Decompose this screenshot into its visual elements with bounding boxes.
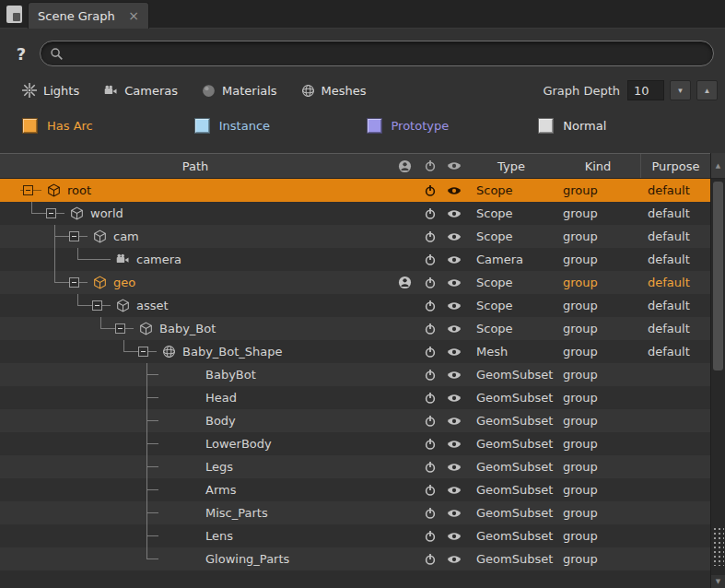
collapse-toggle[interactable] <box>92 300 102 311</box>
power-icon[interactable] <box>424 184 437 197</box>
working-set-icon[interactable] <box>398 276 412 289</box>
graph-depth-increment-button[interactable]: ▲ <box>696 80 718 100</box>
power-icon[interactable] <box>424 461 437 474</box>
tree-row[interactable]: geoScopegroupdefault <box>0 271 710 294</box>
collapse-toggle[interactable] <box>138 347 148 357</box>
power-icon[interactable] <box>424 369 437 382</box>
eye-icon[interactable] <box>447 508 462 519</box>
filter-cameras[interactable]: Cameras <box>103 84 178 98</box>
path-cell: Glowing_Parts <box>0 547 391 570</box>
icon-spacer <box>181 455 202 478</box>
collapse-toggle[interactable] <box>69 277 79 288</box>
kind-cell: group <box>555 506 640 520</box>
tree-row[interactable]: rootScopegroupdefault <box>0 179 710 202</box>
working-set-icon[interactable] <box>398 159 412 173</box>
power-icon[interactable] <box>424 159 437 172</box>
power-icon[interactable] <box>424 346 437 359</box>
tab-scene-graph[interactable]: Scene Graph × <box>28 2 149 29</box>
eye-icon[interactable] <box>447 277 462 288</box>
tree-row[interactable]: camScopegroupdefault <box>0 225 710 248</box>
collapse-toggle[interactable] <box>46 208 56 218</box>
power-icon[interactable] <box>424 415 437 428</box>
eye-icon[interactable] <box>447 231 462 242</box>
eye-icon[interactable] <box>447 323 462 335</box>
power-icon[interactable] <box>424 323 437 335</box>
scrollbar-thumb[interactable] <box>713 182 723 370</box>
icon-spacer <box>181 478 202 501</box>
tab-close-icon[interactable]: × <box>121 8 139 23</box>
tree-row[interactable]: cameraCameragroupdefault <box>0 248 710 271</box>
power-icon[interactable] <box>424 207 437 220</box>
scroll-down-icon[interactable]: ▼ <box>711 575 725 588</box>
filter-toolbar: Lights Cameras Materials Meshes Graph De… <box>22 79 718 101</box>
filter-meshes[interactable]: Meshes <box>301 84 367 98</box>
icon-spacer <box>181 524 202 547</box>
node-label: Glowing_Parts <box>202 552 289 566</box>
eye-icon[interactable] <box>447 485 462 496</box>
tree-row[interactable]: Glowing_PartsGeomSubsetgroup <box>0 547 710 570</box>
tree-rows: rootScopegroupdefaultworldScopegroupdefa… <box>0 179 710 588</box>
power-icon[interactable] <box>424 253 437 266</box>
scrollbar-corner[interactable]: ▲ <box>711 153 725 179</box>
tree-row[interactable]: assetScopegroupdefault <box>0 294 710 317</box>
tree-row[interactable]: Baby_Bot_ShapeMeshgroupdefault <box>0 340 710 363</box>
tree-row[interactable]: LegsGeomSubsetgroup <box>0 455 710 478</box>
column-header-purpose[interactable]: Purpose <box>640 154 710 178</box>
column-header-type[interactable]: Type <box>467 154 555 178</box>
eye-icon[interactable] <box>447 347 462 358</box>
filter-lights[interactable]: Lights <box>22 83 79 98</box>
collapse-toggle[interactable] <box>69 231 79 241</box>
graph-depth-input[interactable] <box>627 80 664 100</box>
power-icon[interactable] <box>424 300 437 312</box>
eye-icon[interactable] <box>447 208 462 219</box>
power-icon[interactable] <box>424 392 437 405</box>
tree-row[interactable]: BabyBotGeomSubsetgroup <box>0 363 710 386</box>
path-cell: BabyBot <box>0 363 391 386</box>
tree-row[interactable]: LowerBodyGeomSubsetgroup <box>0 432 710 455</box>
power-icon[interactable] <box>424 507 437 520</box>
tree-row[interactable]: HeadGeomSubsetgroup <box>0 386 710 409</box>
icon-spacer <box>181 547 202 570</box>
eye-icon[interactable] <box>447 370 462 381</box>
search-input[interactable] <box>69 47 704 61</box>
power-icon[interactable] <box>424 230 437 243</box>
tree-row[interactable]: ArmsGeomSubsetgroup <box>0 478 710 501</box>
eye-icon[interactable] <box>447 393 462 404</box>
help-button[interactable]: ? <box>11 41 31 65</box>
eye-icon[interactable] <box>447 554 462 565</box>
eye-icon[interactable] <box>447 531 462 542</box>
node-label: camera <box>133 253 181 266</box>
search-box[interactable] <box>40 41 714 66</box>
power-icon[interactable] <box>424 276 437 289</box>
eye-icon[interactable] <box>447 439 462 450</box>
vertical-scrollbar[interactable]: ▲ ▼ <box>710 153 725 588</box>
eye-icon[interactable] <box>447 160 462 171</box>
legend: Has Arc Instance Prototype Normal <box>22 114 710 136</box>
power-icon[interactable] <box>424 530 437 543</box>
filter-materials[interactable]: Materials <box>202 84 277 98</box>
eye-icon[interactable] <box>447 300 462 312</box>
power-icon[interactable] <box>424 484 437 497</box>
graph-depth-decrement-button[interactable]: ▼ <box>670 80 691 100</box>
tree-row[interactable]: LensGeomSubsetgroup <box>0 524 710 547</box>
tree-row[interactable]: Misc_PartsGeomSubsetgroup <box>0 501 710 524</box>
eye-icon[interactable] <box>447 185 462 196</box>
tree-row[interactable]: worldScopegroupdefault <box>0 202 710 225</box>
column-header-kind[interactable]: Kind <box>555 154 640 178</box>
panel-icon[interactable] <box>6 6 22 23</box>
power-icon[interactable] <box>424 553 437 566</box>
resize-grip[interactable] <box>713 527 724 566</box>
tree-row[interactable]: Baby_BotScopegroupdefault <box>0 317 710 340</box>
eye-icon[interactable] <box>447 416 462 427</box>
eye-icon[interactable] <box>447 462 462 473</box>
scrollbar-track[interactable]: ▼ <box>711 179 725 588</box>
power-icon[interactable] <box>424 438 437 451</box>
eye-icon[interactable] <box>447 254 462 265</box>
collapse-toggle[interactable] <box>23 185 33 195</box>
mesh-icon <box>158 340 179 363</box>
purpose-cell: default <box>640 276 710 289</box>
column-header-path[interactable]: Path <box>0 154 391 178</box>
tree-row[interactable]: BodyGeomSubsetgroup <box>0 409 710 432</box>
collapse-toggle[interactable] <box>115 323 125 334</box>
icon-spacer <box>181 432 202 455</box>
